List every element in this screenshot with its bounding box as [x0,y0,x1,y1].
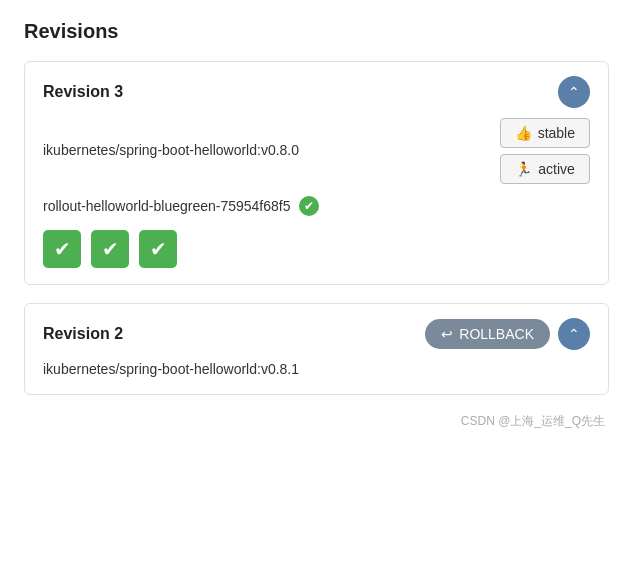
page-title: Revisions [24,20,609,43]
active-badge-label: active [538,161,575,177]
revision3-collapse-button[interactable]: ⌃ [558,76,590,108]
rollback-button[interactable]: ↩ ROLLBACK [425,319,550,349]
revision2-card: Revision 2 ↩ ROLLBACK ⌃ ikubernetes/spri… [24,303,609,395]
rollback-icon: ↩ [441,326,453,342]
revision2-header-actions: ↩ ROLLBACK ⌃ [425,318,590,350]
revision3-image-name: ikubernetes/spring-boot-helloworld:v0.8.… [43,141,299,161]
revision3-title: Revision 3 [43,83,123,101]
revision3-rollout-row: rollout-helloworld-bluegreen-75954f68f5 … [43,196,590,216]
watermark-text: CSDN @上海_运维_Q先生 [461,414,605,428]
stable-badge: 👍 stable [500,118,590,148]
rollout-check-icon: ✔ [299,196,319,216]
watermark: CSDN @上海_运维_Q先生 [24,413,609,430]
check-icon-2: ✔ [102,237,119,261]
checkbox-3: ✔ [139,230,177,268]
revision3-image-row: ikubernetes/spring-boot-helloworld:v0.8.… [43,118,590,184]
revision3-header: Revision 3 ⌃ [25,62,608,118]
check-icon-1: ✔ [54,237,71,261]
rollout-name: rollout-helloworld-bluegreen-75954f68f5 [43,198,291,214]
revision3-badge-group: 👍 stable 🏃 active [500,118,590,184]
checkbox-2: ✔ [91,230,129,268]
revision2-header: Revision 2 ↩ ROLLBACK ⌃ [25,304,608,360]
runner-icon: 🏃 [515,161,532,177]
thumbs-up-icon: 👍 [515,125,532,141]
revision3-body: ikubernetes/spring-boot-helloworld:v0.8.… [25,118,608,284]
revision2-title: Revision 2 [43,325,123,343]
chevron-up-icon-2: ⌃ [568,326,580,342]
checkbox-1: ✔ [43,230,81,268]
active-badge: 🏃 active [500,154,590,184]
revision3-header-actions: ⌃ [558,76,590,108]
chevron-up-icon: ⌃ [568,84,580,100]
revision3-card: Revision 3 ⌃ ikubernetes/spring-boot-hel… [24,61,609,285]
check-icon-3: ✔ [150,237,167,261]
stable-badge-label: stable [538,125,575,141]
rollback-label: ROLLBACK [459,326,534,342]
revision3-checkboxes: ✔ ✔ ✔ [43,230,590,268]
revision2-body: ikubernetes/spring-boot-helloworld:v0.8.… [25,360,608,394]
revision2-collapse-button[interactable]: ⌃ [558,318,590,350]
revision2-image-name: ikubernetes/spring-boot-helloworld:v0.8.… [43,361,299,385]
